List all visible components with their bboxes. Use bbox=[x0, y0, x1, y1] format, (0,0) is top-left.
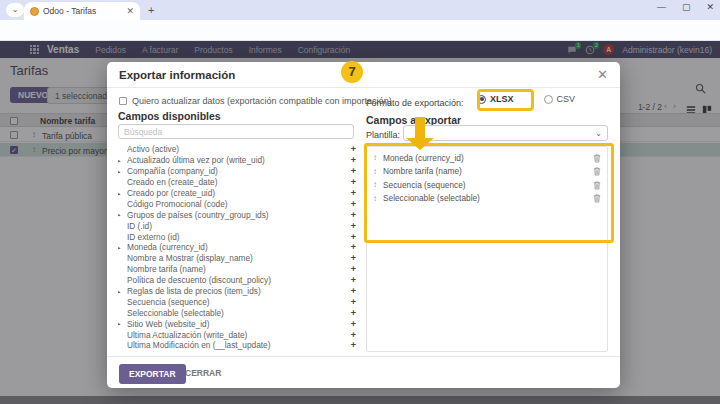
minimize-button[interactable]: — bbox=[657, 2, 666, 12]
available-field-item[interactable]: ▶ Seleccionable (selectable) + bbox=[118, 307, 360, 318]
add-field-icon[interactable]: + bbox=[351, 308, 356, 318]
available-field-item[interactable]: ▶ Nombre tarifa (name) + bbox=[118, 264, 360, 275]
field-label[interactable]: Activo (active) bbox=[127, 144, 351, 154]
xlsx-highlight-box bbox=[477, 89, 534, 111]
available-field-item[interactable]: ▶ ID externo (id) + bbox=[118, 231, 360, 242]
format-label: Formato de exportación: bbox=[366, 98, 464, 108]
available-field-item[interactable]: ▶ Grupos de países (country_group_ids) + bbox=[118, 209, 360, 220]
close-button[interactable]: ✕ bbox=[706, 2, 714, 12]
field-label[interactable]: Reglas de lista de precios (item_ids) bbox=[127, 286, 351, 296]
update-data-label: Quiero actualizar datos (exportación com… bbox=[132, 96, 392, 106]
expand-chevron-icon[interactable]: ▶ bbox=[118, 158, 123, 162]
available-field-item[interactable]: ▶ Compañía (company_id) + bbox=[118, 166, 360, 177]
available-fields-title: Campos disponibles bbox=[118, 110, 221, 122]
field-search-input[interactable] bbox=[118, 124, 354, 139]
field-label[interactable]: Secuencia (sequence) bbox=[127, 297, 351, 307]
add-field-icon[interactable]: + bbox=[351, 155, 356, 165]
template-label: Plantilla: bbox=[366, 130, 400, 140]
update-data-option[interactable]: Quiero actualizar datos (exportación com… bbox=[119, 96, 392, 106]
new-tab-button[interactable]: + bbox=[148, 4, 154, 16]
browser-tabstrip: ⌄ Odoo - Tarifas ✕ + — ▢ ✕ bbox=[0, 0, 720, 20]
tab-search-button[interactable]: ⌄ bbox=[6, 3, 24, 17]
maximize-button[interactable]: ▢ bbox=[682, 2, 691, 12]
field-label[interactable]: Moneda (currency_id) bbox=[127, 242, 351, 252]
field-label[interactable]: Compañía (company_id) bbox=[127, 166, 351, 176]
field-label[interactable]: Grupos de países (country_group_ids) bbox=[127, 210, 351, 220]
add-field-icon[interactable]: + bbox=[351, 264, 356, 274]
add-field-icon[interactable]: + bbox=[351, 210, 356, 220]
add-field-icon[interactable]: + bbox=[351, 286, 356, 296]
add-field-icon[interactable]: + bbox=[351, 340, 356, 350]
field-label[interactable]: ID (.id) bbox=[127, 221, 351, 231]
available-field-item[interactable]: ▶ Reglas de lista de precios (item_ids) … bbox=[118, 286, 360, 297]
available-field-item[interactable]: ▶ Sitio Web (website_id) + bbox=[118, 318, 360, 329]
dialog-footer: EXPORTAR CERRAR bbox=[107, 356, 620, 388]
field-label[interactable]: Política de descuento (discount_policy) bbox=[127, 275, 351, 285]
dialog-header: Exportar información ✕ bbox=[107, 62, 620, 88]
add-field-icon[interactable]: + bbox=[351, 253, 356, 263]
tab-close-icon[interactable]: ✕ bbox=[126, 6, 134, 16]
available-field-item[interactable]: ▶ ID (.id) + bbox=[118, 220, 360, 231]
available-field-item[interactable]: ▶ Moneda (currency_id) + bbox=[118, 242, 360, 253]
add-field-icon[interactable]: + bbox=[351, 330, 356, 340]
down-arrow-annotation bbox=[406, 117, 434, 150]
field-label[interactable]: Creado por (create_uid) bbox=[127, 188, 351, 198]
add-field-icon[interactable]: + bbox=[351, 319, 356, 329]
expand-chevron-icon[interactable]: ▶ bbox=[118, 213, 123, 217]
odoo-favicon bbox=[30, 7, 39, 16]
available-field-item[interactable]: ▶ Secuencia (sequence) + bbox=[118, 296, 360, 307]
expand-chevron-icon[interactable]: ▶ bbox=[118, 322, 123, 326]
field-label[interactable]: Nombre tarifa (name) bbox=[127, 264, 351, 274]
csv-label: CSV bbox=[557, 94, 576, 104]
browser-toolbar: ← → ↻ ⇄ kevin.solse.pe/web#action=633&mo… bbox=[0, 20, 720, 41]
add-field-icon[interactable]: + bbox=[351, 177, 356, 187]
field-label[interactable]: Sitio Web (website_id) bbox=[127, 319, 351, 329]
field-label[interactable]: Nombre a Mostrar (display_name) bbox=[127, 253, 351, 263]
export-button[interactable]: EXPORTAR bbox=[119, 364, 186, 384]
add-field-icon[interactable]: + bbox=[351, 199, 356, 209]
field-label[interactable]: ID externo (id) bbox=[127, 232, 351, 242]
add-field-icon[interactable]: + bbox=[351, 188, 356, 198]
tab-title: Odoo - Tarifas bbox=[43, 6, 122, 16]
add-field-icon[interactable]: + bbox=[351, 166, 356, 176]
update-data-checkbox[interactable] bbox=[119, 97, 127, 105]
add-field-icon[interactable]: + bbox=[351, 275, 356, 285]
available-field-item[interactable]: ▶ Política de descuento (discount_policy… bbox=[118, 275, 360, 286]
expand-chevron-icon[interactable]: ▶ bbox=[118, 169, 123, 173]
field-label[interactable]: Seleccionable (selectable) bbox=[127, 308, 351, 318]
expand-chevron-icon[interactable]: ▶ bbox=[118, 191, 123, 195]
add-field-icon[interactable]: + bbox=[351, 297, 356, 307]
window-controls: — ▢ ✕ bbox=[657, 2, 714, 12]
step-number-annotation: 7 bbox=[341, 61, 363, 83]
field-label[interactable]: Creado en (create_date) bbox=[127, 177, 351, 187]
available-field-item[interactable]: ▶ Nombre a Mostrar (display_name) + bbox=[118, 253, 360, 264]
browser-tab[interactable]: Odoo - Tarifas ✕ bbox=[24, 2, 140, 20]
add-field-icon[interactable]: + bbox=[351, 242, 356, 252]
available-field-item[interactable]: ▶ Actualizado última vez por (write_uid)… bbox=[118, 155, 360, 166]
field-label[interactable]: Código Promocional (code) bbox=[127, 199, 351, 209]
add-field-icon[interactable]: + bbox=[351, 232, 356, 242]
field-label[interactable]: Ultima Modificación en (__last_update) bbox=[127, 340, 351, 350]
csv-radio[interactable] bbox=[544, 95, 553, 104]
available-field-item[interactable]: ▶ Creado por (create_uid) + bbox=[118, 188, 360, 199]
expand-chevron-icon[interactable]: ▶ bbox=[118, 289, 123, 293]
expand-chevron-icon[interactable]: ▶ bbox=[118, 246, 123, 250]
add-field-icon[interactable]: + bbox=[351, 144, 356, 154]
field-label[interactable]: Actualizado última vez por (write_uid) bbox=[127, 155, 351, 165]
field-label[interactable]: Ultima Actualización (write_date) bbox=[127, 330, 351, 340]
cerrar-button[interactable]: CERRAR bbox=[185, 368, 221, 378]
screen: ⌄ Odoo - Tarifas ✕ + — ▢ ✕ ← → ↻ ⇄ kevin… bbox=[0, 0, 720, 404]
dialog-close-icon[interactable]: ✕ bbox=[597, 67, 608, 82]
format-option-csv[interactable]: CSV bbox=[544, 94, 576, 104]
available-field-item[interactable]: ▶ Ultima Modificación en (__last_update)… bbox=[118, 340, 360, 351]
available-field-item[interactable]: ▶ Activo (active) + bbox=[118, 144, 360, 155]
chevron-down-icon: ⌄ bbox=[595, 129, 602, 138]
available-fields-list: ▶ Activo (active) + ▶ Actualizado última… bbox=[118, 144, 360, 352]
add-field-icon[interactable]: + bbox=[351, 221, 356, 231]
available-field-item[interactable]: ▶ Código Promocional (code) + bbox=[118, 198, 360, 209]
export-fields-highlight-box bbox=[364, 143, 614, 243]
available-field-item[interactable]: ▶ Creado en (create_date) + bbox=[118, 177, 360, 188]
dialog-title: Exportar información bbox=[119, 69, 235, 81]
available-field-item[interactable]: ▶ Ultima Actualización (write_date) + bbox=[118, 329, 360, 340]
